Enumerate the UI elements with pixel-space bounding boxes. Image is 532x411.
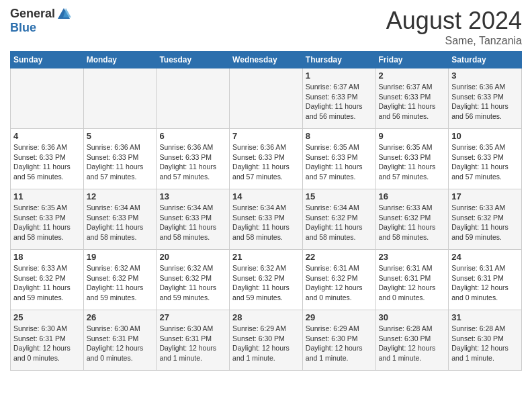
calendar-cell: 30Sunrise: 6:28 AMSunset: 6:30 PMDayligh…	[375, 310, 449, 371]
day-info: Sunrise: 6:36 AMSunset: 6:33 PMDaylight:…	[451, 82, 519, 122]
day-info: Sunrise: 6:33 AMSunset: 6:32 PMDaylight:…	[13, 263, 81, 303]
calendar-cell	[157, 68, 230, 129]
calendar-cell: 15Sunrise: 6:34 AMSunset: 6:32 PMDayligh…	[302, 189, 375, 250]
calendar-body: 1Sunrise: 6:37 AMSunset: 6:33 PMDaylight…	[11, 68, 522, 371]
day-info: Sunrise: 6:36 AMSunset: 6:33 PMDaylight:…	[159, 142, 226, 182]
calendar-cell: 23Sunrise: 6:31 AMSunset: 6:31 PMDayligh…	[375, 250, 449, 310]
day-info: Sunrise: 6:30 AMSunset: 6:31 PMDaylight:…	[13, 324, 81, 363]
day-info: Sunrise: 6:30 AMSunset: 6:31 PMDaylight:…	[159, 324, 226, 363]
calendar-cell	[83, 68, 157, 129]
page-header: General Blue August 2024 Same, Tanzania	[10, 7, 522, 47]
day-number: 6	[159, 131, 226, 141]
day-info: Sunrise: 6:35 AMSunset: 6:33 PMDaylight:…	[13, 203, 81, 242]
day-number: 18	[13, 252, 81, 262]
calendar-cell: 13Sunrise: 6:34 AMSunset: 6:33 PMDayligh…	[157, 189, 230, 250]
day-number: 28	[232, 312, 300, 322]
calendar-cell: 2Sunrise: 6:37 AMSunset: 6:33 PMDaylight…	[375, 68, 449, 129]
location-subtitle: Same, Tanzania	[386, 35, 522, 47]
day-number: 8	[306, 131, 373, 141]
day-info: Sunrise: 6:29 AMSunset: 6:30 PMDaylight:…	[306, 324, 373, 363]
calendar-cell: 4Sunrise: 6:36 AMSunset: 6:33 PMDaylight…	[11, 129, 84, 189]
calendar-cell: 26Sunrise: 6:30 AMSunset: 6:31 PMDayligh…	[83, 310, 157, 371]
day-info: Sunrise: 6:36 AMSunset: 6:33 PMDaylight:…	[87, 142, 154, 182]
day-number: 29	[306, 312, 373, 322]
calendar-cell: 21Sunrise: 6:32 AMSunset: 6:32 PMDayligh…	[230, 250, 303, 310]
calendar-cell: 28Sunrise: 6:29 AMSunset: 6:30 PMDayligh…	[230, 310, 303, 371]
header-day-saturday: Saturday	[449, 52, 522, 68]
day-number: 27	[159, 312, 226, 322]
calendar-table: SundayMondayTuesdayWednesdayThursdayFrid…	[10, 51, 522, 371]
day-info: Sunrise: 6:28 AMSunset: 6:30 PMDaylight:…	[451, 324, 519, 363]
header-day-tuesday: Tuesday	[157, 52, 230, 68]
calendar-cell: 8Sunrise: 6:35 AMSunset: 6:33 PMDaylight…	[302, 129, 375, 189]
day-number: 13	[159, 191, 226, 201]
day-number: 22	[306, 252, 373, 262]
logo-icon	[56, 7, 71, 21]
day-info: Sunrise: 6:35 AMSunset: 6:33 PMDaylight:…	[379, 142, 446, 182]
day-number: 16	[379, 191, 446, 201]
day-number: 30	[379, 312, 446, 322]
day-info: Sunrise: 6:28 AMSunset: 6:30 PMDaylight:…	[379, 324, 446, 363]
calendar-header-row: SundayMondayTuesdayWednesdayThursdayFrid…	[11, 52, 522, 68]
calendar-cell	[11, 68, 84, 129]
day-info: Sunrise: 6:31 AMSunset: 6:32 PMDaylight:…	[306, 263, 373, 303]
day-number: 31	[451, 312, 519, 322]
calendar-week-row: 25Sunrise: 6:30 AMSunset: 6:31 PMDayligh…	[11, 310, 522, 371]
header-day-monday: Monday	[83, 52, 157, 68]
calendar-cell: 25Sunrise: 6:30 AMSunset: 6:31 PMDayligh…	[11, 310, 84, 371]
day-number: 15	[306, 191, 373, 201]
day-info: Sunrise: 6:36 AMSunset: 6:33 PMDaylight:…	[13, 142, 81, 182]
calendar-week-row: 1Sunrise: 6:37 AMSunset: 6:33 PMDaylight…	[11, 68, 522, 129]
calendar-cell: 18Sunrise: 6:33 AMSunset: 6:32 PMDayligh…	[11, 250, 84, 310]
day-info: Sunrise: 6:31 AMSunset: 6:31 PMDaylight:…	[379, 263, 446, 303]
calendar-cell	[230, 68, 303, 129]
calendar-week-row: 11Sunrise: 6:35 AMSunset: 6:33 PMDayligh…	[11, 189, 522, 250]
calendar-cell: 10Sunrise: 6:35 AMSunset: 6:33 PMDayligh…	[449, 129, 522, 189]
day-number: 1	[306, 71, 373, 81]
calendar-cell: 22Sunrise: 6:31 AMSunset: 6:32 PMDayligh…	[302, 250, 375, 310]
day-number: 20	[159, 252, 226, 262]
logo: General Blue	[10, 7, 71, 35]
calendar-cell: 27Sunrise: 6:30 AMSunset: 6:31 PMDayligh…	[157, 310, 230, 371]
calendar-cell: 19Sunrise: 6:32 AMSunset: 6:32 PMDayligh…	[83, 250, 157, 310]
header-day-sunday: Sunday	[11, 52, 84, 68]
day-number: 7	[232, 131, 300, 141]
day-info: Sunrise: 6:31 AMSunset: 6:31 PMDaylight:…	[451, 263, 519, 303]
day-info: Sunrise: 6:37 AMSunset: 6:33 PMDaylight:…	[306, 82, 373, 122]
day-number: 2	[379, 71, 446, 81]
day-info: Sunrise: 6:33 AMSunset: 6:32 PMDaylight:…	[451, 203, 519, 242]
day-info: Sunrise: 6:34 AMSunset: 6:32 PMDaylight:…	[306, 203, 373, 242]
logo-blue-text: Blue	[10, 21, 71, 35]
calendar-cell: 20Sunrise: 6:32 AMSunset: 6:32 PMDayligh…	[157, 250, 230, 310]
day-number: 11	[13, 191, 81, 201]
day-number: 5	[87, 131, 154, 141]
calendar-week-row: 18Sunrise: 6:33 AMSunset: 6:32 PMDayligh…	[11, 250, 522, 310]
day-info: Sunrise: 6:32 AMSunset: 6:32 PMDaylight:…	[87, 263, 154, 303]
calendar-cell: 7Sunrise: 6:36 AMSunset: 6:33 PMDaylight…	[230, 129, 303, 189]
title-block: August 2024 Same, Tanzania	[386, 7, 522, 47]
day-info: Sunrise: 6:32 AMSunset: 6:32 PMDaylight:…	[232, 263, 300, 303]
calendar-cell: 3Sunrise: 6:36 AMSunset: 6:33 PMDaylight…	[449, 68, 522, 129]
day-number: 21	[232, 252, 300, 262]
month-year-title: August 2024	[386, 7, 522, 35]
calendar-cell: 5Sunrise: 6:36 AMSunset: 6:33 PMDaylight…	[83, 129, 157, 189]
header-day-thursday: Thursday	[302, 52, 375, 68]
day-info: Sunrise: 6:35 AMSunset: 6:33 PMDaylight:…	[451, 142, 519, 182]
calendar-cell: 29Sunrise: 6:29 AMSunset: 6:30 PMDayligh…	[302, 310, 375, 371]
calendar-cell: 14Sunrise: 6:34 AMSunset: 6:33 PMDayligh…	[230, 189, 303, 250]
calendar-cell: 9Sunrise: 6:35 AMSunset: 6:33 PMDaylight…	[375, 129, 449, 189]
day-info: Sunrise: 6:30 AMSunset: 6:31 PMDaylight:…	[87, 324, 154, 363]
header-day-wednesday: Wednesday	[230, 52, 303, 68]
calendar-cell: 24Sunrise: 6:31 AMSunset: 6:31 PMDayligh…	[449, 250, 522, 310]
day-number: 26	[87, 312, 154, 322]
day-info: Sunrise: 6:35 AMSunset: 6:33 PMDaylight:…	[306, 142, 373, 182]
day-info: Sunrise: 6:33 AMSunset: 6:32 PMDaylight:…	[379, 203, 446, 242]
day-number: 17	[451, 191, 519, 201]
calendar-cell: 17Sunrise: 6:33 AMSunset: 6:32 PMDayligh…	[449, 189, 522, 250]
day-number: 3	[451, 71, 519, 81]
day-number: 9	[379, 131, 446, 141]
calendar-cell: 6Sunrise: 6:36 AMSunset: 6:33 PMDaylight…	[157, 129, 230, 189]
calendar-cell: 31Sunrise: 6:28 AMSunset: 6:30 PMDayligh…	[449, 310, 522, 371]
day-info: Sunrise: 6:36 AMSunset: 6:33 PMDaylight:…	[232, 142, 300, 182]
day-number: 4	[13, 131, 81, 141]
